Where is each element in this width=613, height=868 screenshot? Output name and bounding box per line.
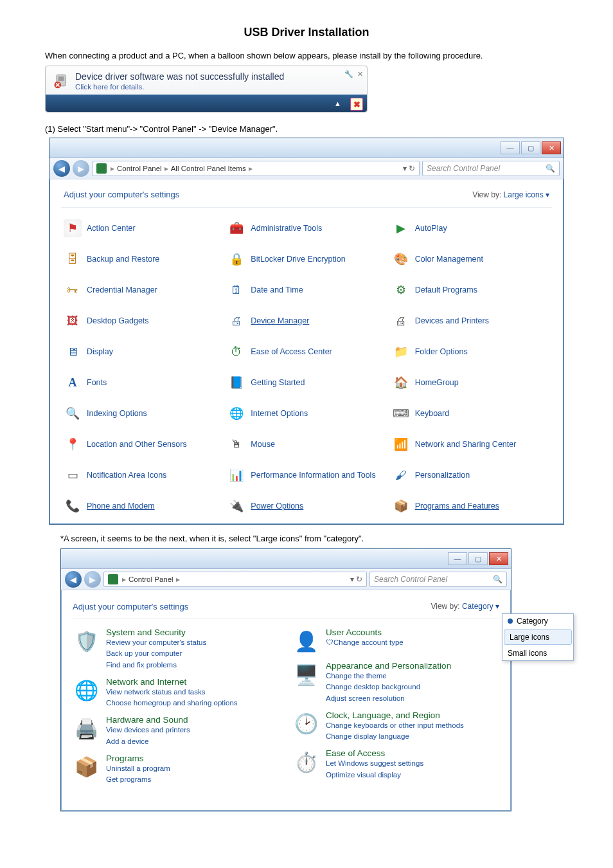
menu-large-icons[interactable]: Large icons [504, 629, 572, 645]
cp-item-color-management[interactable]: Color Management [392, 250, 549, 268]
cp-item-getting-started[interactable]: Getting Started [227, 374, 385, 392]
cp-item-label: Backup and Restore [87, 255, 159, 264]
crumb-b[interactable]: All Control Panel Items [171, 165, 246, 172]
link-suggest-settings[interactable]: Let Windows suggest settings [326, 758, 423, 769]
cp-item-administrative-tools[interactable]: Administrative Tools [227, 219, 385, 237]
cp-item-action-center[interactable]: Action Center [64, 219, 221, 237]
link-change-theme[interactable]: Change the theme [326, 671, 451, 682]
cp-item-autoplay[interactable]: AutoPlay [392, 219, 549, 237]
cp-item-fonts[interactable]: Fonts [64, 374, 221, 392]
search-placeholder: Search Control Panel [374, 575, 447, 584]
link-adjust-res[interactable]: Adjust screen resolution [326, 693, 451, 704]
cat-clock-lang[interactable]: 🕑 Clock, Language, and Region Change key… [292, 710, 499, 743]
link-homegroup[interactable]: Choose homegroup and sharing options [106, 698, 238, 709]
cp-item-folder-options[interactable]: Folder Options [392, 343, 549, 361]
cp-item-label: Credential Manager [87, 285, 157, 295]
cat-appearance[interactable]: 🖥️ Appearance and Personalization Change… [292, 661, 499, 704]
tray-arrow-icon[interactable]: ▲ [334, 100, 341, 107]
link-change-lang[interactable]: Change display language [326, 731, 464, 742]
link-get-programs[interactable]: Get programs [106, 774, 170, 785]
search-input[interactable]: Search Control Panel 🔍 [422, 161, 560, 176]
minimize-button[interactable]: — [501, 141, 520, 154]
cp-item-desktop-gadgets[interactable]: Desktop Gadgets [64, 312, 221, 330]
cp-item-internet-options[interactable]: Internet Options [227, 404, 385, 422]
cp-item-devices-and-printers[interactable]: Devices and Printers [392, 312, 549, 330]
link-review-status[interactable]: Review your computer's status [106, 637, 206, 648]
breadcrumb[interactable]: ▸ Control Panel ▸ All Control Panel Item… [92, 161, 420, 176]
link-change-account[interactable]: 🛡Change account type [326, 637, 404, 648]
cp-item-label: BitLocker Drive Encryption [251, 255, 345, 264]
cp-item-label: Display [87, 347, 113, 357]
minimize-button[interactable]: — [448, 552, 467, 565]
cp-item-default-programs[interactable]: Default Programs [392, 281, 549, 299]
cp-item-phone-and-modem[interactable]: Phone and Modem [64, 497, 221, 515]
crumb-a[interactable]: Control Panel [117, 165, 162, 172]
link-uninstall[interactable]: Uninstall a program [106, 763, 170, 774]
close-button[interactable]: ✕ [542, 141, 561, 154]
note-text: *A screen, it seems to be the next, when… [60, 534, 568, 543]
back-button[interactable]: ◀ [53, 160, 70, 177]
cat-hardware-sound[interactable]: 🖨️ Hardware and Sound View devices and p… [73, 715, 280, 747]
cp-item-bitlocker-drive-encryption[interactable]: BitLocker Drive Encryption [227, 250, 385, 268]
cp-item-mouse[interactable]: Mouse [227, 435, 385, 453]
progs-icon [392, 497, 410, 515]
close-button[interactable]: ✕ [489, 552, 508, 565]
crumb-dropdown-icon[interactable]: ▾ ↻ [403, 164, 415, 173]
view-by[interactable]: View by: Large icons ▾ [472, 190, 549, 199]
link-find-fix[interactable]: Find and fix problems [106, 660, 206, 671]
cp-item-display[interactable]: Display [64, 343, 221, 361]
menu-small-icons[interactable]: Small icons [502, 646, 573, 660]
page-title: USB Driver Installation [45, 26, 568, 39]
cp-item-network-and-sharing-center[interactable]: Network and Sharing Center [392, 435, 549, 453]
tray-error-icon[interactable]: ✖ [350, 98, 363, 111]
view-by[interactable]: View by: Category ▾ [431, 599, 499, 611]
cp-item-homegroup[interactable]: HomeGroup [392, 374, 549, 392]
phone-icon [64, 497, 82, 515]
location-icon [64, 435, 82, 453]
link-optimize-display[interactable]: Optimize visual display [326, 770, 423, 781]
cat-system-security[interactable]: 🛡️ System and Security Review your compu… [73, 628, 280, 671]
cp-item-performance-information-and-tools[interactable]: Performance Information and Tools [227, 466, 385, 484]
menu-category[interactable]: Category [502, 614, 573, 628]
cat-user-accounts[interactable]: 👤 User Accounts 🛡Change account type [292, 628, 499, 655]
link-net-status[interactable]: View network status and tasks [106, 687, 238, 698]
forward-button[interactable]: ▶ [84, 571, 101, 588]
cp-item-device-manager[interactable]: Device Manager [227, 312, 385, 330]
flag-icon [64, 219, 82, 237]
cp-item-personalization[interactable]: Personalization [392, 466, 549, 484]
cp-item-power-options[interactable]: Power Options [227, 497, 385, 515]
link-backup[interactable]: Back up your computer [106, 648, 206, 659]
install-balloon[interactable]: Device driver software was not successfu… [45, 66, 368, 113]
cp-item-notification-area-icons[interactable]: Notification Area Icons [64, 466, 221, 484]
back-button[interactable]: ◀ [65, 571, 82, 588]
close-icon[interactable]: ✕ [357, 70, 363, 78]
link-change-desktop[interactable]: Change desktop background [326, 682, 451, 692]
forward-button[interactable]: ▶ [73, 160, 89, 177]
cat-ease-access[interactable]: ⏱️ Ease of Access Let Windows suggest se… [292, 748, 499, 781]
cp-item-keyboard[interactable]: Keyboard [392, 404, 549, 422]
cat-network-internet[interactable]: 🌐 Network and Internet View network stat… [73, 677, 280, 709]
intro-text: When connecting a product and a PC, when… [45, 51, 568, 60]
cp-item-credential-manager[interactable]: Credential Manager [64, 281, 221, 299]
cp-item-location-and-other-sensors[interactable]: Location and Other Sensors [64, 435, 221, 453]
cp-item-ease-of-access-center[interactable]: Ease of Access Center [227, 343, 385, 361]
cat-programs[interactable]: 📦 Programs Uninstall a program Get progr… [73, 754, 280, 786]
maximize-button[interactable]: ▢ [521, 141, 540, 154]
cp-item-indexing-options[interactable]: Indexing Options [64, 404, 221, 422]
wrench-icon[interactable]: 🔧 [344, 70, 353, 78]
crumb-a[interactable]: Control Panel [129, 575, 173, 583]
link-devices-printers[interactable]: View devices and printers [106, 725, 190, 736]
cp-item-backup-and-restore[interactable]: Backup and Restore [64, 250, 221, 268]
cp-item-programs-and-features[interactable]: Programs and Features [392, 497, 549, 515]
link-change-keyboard[interactable]: Change keyboards or other input methods [326, 720, 464, 731]
breadcrumb[interactable]: ▸ Control Panel ▸ ▾ ↻ [103, 572, 367, 587]
search-input[interactable]: Search Control Panel 🔍 [369, 572, 507, 587]
cp-item-date-and-time[interactable]: Date and Time [227, 281, 385, 299]
crumb-dropdown-icon[interactable]: ▾ ↻ [350, 575, 362, 584]
maximize-button[interactable]: ▢ [468, 552, 488, 565]
cp-item-label: Mouse [251, 440, 275, 449]
link-add-device[interactable]: Add a device [106, 736, 190, 747]
indexopt-icon [64, 404, 82, 422]
programs-icon: 📦 [73, 754, 100, 781]
cp-item-label: Action Center [87, 224, 136, 233]
